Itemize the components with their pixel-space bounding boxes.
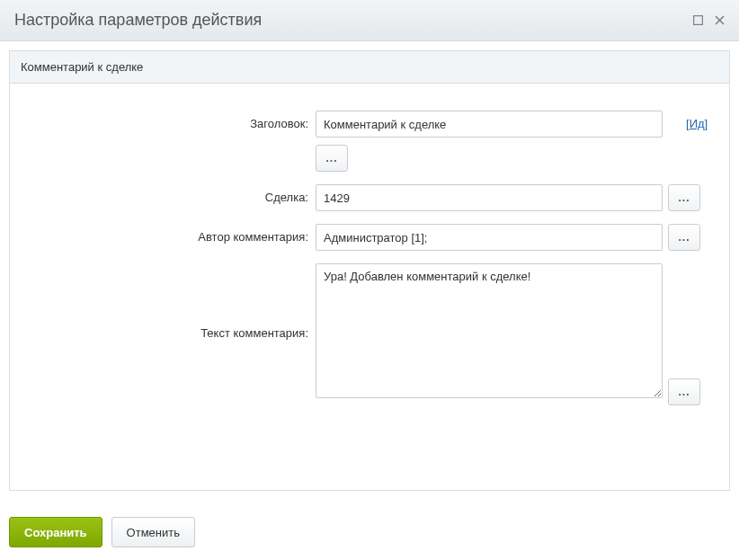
title-more-button[interactable]: ... [316, 145, 348, 172]
deal-field-wrap: ... [316, 184, 711, 211]
author-label: Автор комментария: [28, 224, 316, 244]
dialog-title: Настройка параметров действия [14, 11, 262, 30]
title-input[interactable] [316, 111, 663, 138]
row-deal: Сделка: ... [28, 184, 711, 211]
cancel-button[interactable]: Отменить [111, 517, 195, 547]
author-more-button[interactable]: ... [668, 224, 700, 251]
title-field-wrap: ... [Ид] [316, 111, 711, 172]
panel: Комментарий к сделке Заголовок: ... [Ид] [9, 50, 730, 491]
window-controls [692, 15, 725, 26]
comment-textarea[interactable] [316, 263, 663, 398]
id-link[interactable]: Ид [690, 117, 705, 130]
id-link-wrap: [Ид] [668, 111, 708, 130]
panel-title: Комментарий к сделке [10, 51, 729, 84]
panel-body: Заголовок: ... [Ид] Сделка: [10, 84, 729, 490]
dialog-content: Комментарий к сделке Заголовок: ... [Ид] [0, 41, 739, 508]
row-author: Автор комментария: ... [28, 224, 711, 251]
close-icon[interactable] [714, 15, 725, 26]
comment-label: Текст комментария: [28, 263, 316, 340]
comment-more-button[interactable]: ... [668, 378, 700, 405]
author-field-wrap: ... [316, 224, 711, 251]
svg-rect-0 [693, 16, 702, 25]
deal-label: Сделка: [28, 184, 316, 204]
save-button[interactable]: Сохранить [9, 517, 102, 547]
deal-more-button[interactable]: ... [668, 184, 700, 211]
dialog-header: Настройка параметров действия [0, 0, 739, 41]
dialog-window: Настройка параметров действия Комментари… [0, 0, 739, 560]
author-input[interactable] [316, 224, 663, 251]
dialog-footer: Сохранить Отменить [0, 508, 739, 560]
row-title: Заголовок: ... [Ид] [28, 111, 711, 172]
comment-field-wrap: ... [316, 263, 711, 405]
title-label: Заголовок: [28, 111, 316, 130]
deal-input[interactable] [316, 184, 663, 211]
row-comment: Текст комментария: ... [28, 263, 711, 405]
maximize-icon[interactable] [692, 15, 703, 26]
